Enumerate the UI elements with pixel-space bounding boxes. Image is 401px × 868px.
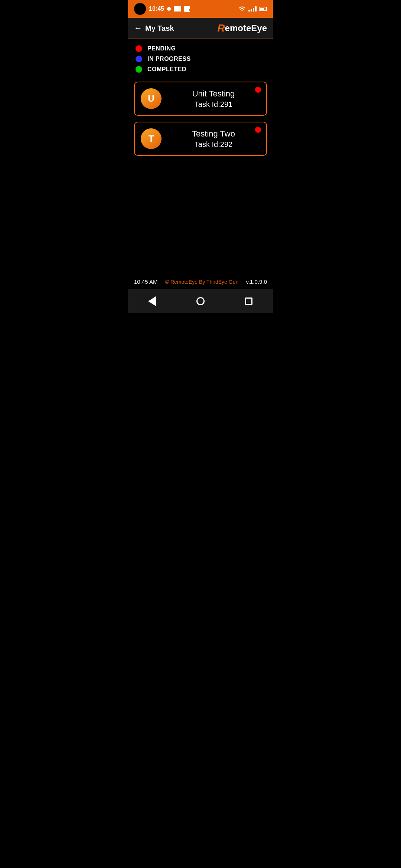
task-1-status-dot	[255, 87, 261, 93]
battery-icon	[259, 7, 267, 11]
status-icon-3	[184, 6, 190, 12]
completed-label: COMPLETED	[147, 66, 186, 73]
status-icon-1	[167, 7, 171, 11]
footer-version: v.1.0.9.0	[246, 279, 267, 285]
home-nav-icon	[196, 297, 205, 305]
task-1-name: Unit Testing	[167, 89, 260, 99]
legend-pending: PENDING	[136, 45, 265, 52]
pending-dot	[136, 45, 142, 52]
footer: 10:45 AM © RemoteEye By ThirdEye Gen v.1…	[128, 274, 273, 289]
status-icon-2	[174, 6, 181, 11]
nav-bar	[128, 289, 273, 313]
task-2-status-dot	[255, 127, 261, 133]
legend-in-progress: IN PROGRESS	[136, 56, 265, 62]
task-2-info: Testing Two Task Id:292	[167, 129, 260, 149]
back-nav-icon	[148, 296, 156, 306]
app-logo: R emoteEye	[217, 22, 267, 34]
task-card-2[interactable]: T Testing Two Task Id:292	[134, 122, 267, 156]
app-bar: ← My Task R emoteEye	[128, 18, 273, 39]
status-bar-right	[238, 6, 267, 12]
footer-copyright: © RemoteEye By ThirdEye Gen	[165, 279, 239, 285]
wifi-icon	[238, 6, 246, 12]
footer-time: 10:45 AM	[134, 279, 157, 285]
task-2-avatar: T	[141, 128, 162, 149]
in-progress-label: IN PROGRESS	[147, 56, 191, 62]
home-nav-button[interactable]	[191, 294, 210, 309]
back-nav-button[interactable]	[143, 294, 162, 309]
status-bar: 10:45	[128, 0, 273, 18]
back-button[interactable]: ← My Task	[134, 23, 174, 33]
recents-nav-button[interactable]	[239, 294, 258, 309]
in-progress-dot	[136, 56, 142, 62]
logo-r-letter: R	[217, 22, 225, 34]
camera-notch-icon	[134, 3, 146, 15]
task-list: U Unit Testing Task Id:291 T Testing Two…	[128, 79, 273, 216]
signal-icon	[248, 6, 257, 11]
task-2-name: Testing Two	[167, 129, 260, 139]
status-bar-left: 10:45	[134, 3, 190, 15]
back-arrow-icon: ←	[134, 23, 142, 33]
status-time: 10:45	[149, 6, 164, 12]
task-1-id: Task Id:291	[167, 100, 260, 109]
task-card-1[interactable]: U Unit Testing Task Id:291	[134, 82, 267, 116]
legend-completed: COMPLETED	[136, 66, 265, 73]
pending-label: PENDING	[147, 45, 176, 52]
completed-dot	[136, 66, 142, 73]
task-2-avatar-letter: T	[149, 134, 154, 144]
page-title: My Task	[145, 24, 174, 33]
task-1-avatar: U	[141, 88, 162, 109]
legend: PENDING IN PROGRESS COMPLETED	[128, 39, 273, 79]
logo-text: emoteEye	[225, 23, 267, 33]
task-1-avatar-letter: U	[148, 93, 154, 104]
task-1-info: Unit Testing Task Id:291	[167, 89, 260, 109]
task-2-id: Task Id:292	[167, 140, 260, 149]
recents-nav-icon	[245, 297, 252, 305]
